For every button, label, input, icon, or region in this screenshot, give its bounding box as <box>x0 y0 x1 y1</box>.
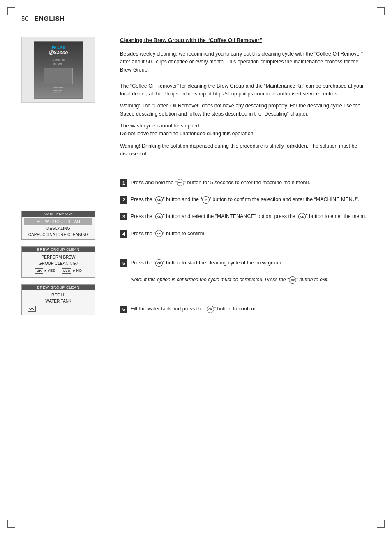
screen-maintenance-title: MAINTENANCE <box>22 211 95 217</box>
step-5-text: Press the “OK” button to start the clean… <box>131 259 283 267</box>
screen-brew-confirm-title: BREW GROUP CLEAN <box>22 247 95 252</box>
step-5: 5 Press the “OK” button to start the cle… <box>120 259 371 267</box>
step-6-text: Fill the water tank and press the “OK” b… <box>131 305 257 313</box>
step-1-num: 1 <box>120 179 127 187</box>
ok-box: OK <box>35 268 43 274</box>
spacer-1 <box>120 162 371 171</box>
corner-mark-tl <box>7 7 15 15</box>
icon-ok-2b: ☞ <box>202 196 210 204</box>
screen-maintenance: MAINTENANCE BREW GROUP CLEAN DESCALING C… <box>21 211 95 240</box>
step-4: 4 Press the “OK” button to confirm. <box>120 230 371 238</box>
left-column: PHILIPS ⓍSaeco Coffee oilremover ■■■■■■■… <box>21 37 112 322</box>
step-3-num: 3 <box>120 213 127 220</box>
esc-box: ESC <box>62 268 71 274</box>
warning-3: Warning! Drinking the solution dispensed… <box>120 142 371 158</box>
screen-brew-confirm: BREW GROUP CLEAN PERFORM BREWGROUP CLEAN… <box>21 246 95 278</box>
spacer-steps <box>21 107 112 206</box>
screen-brew-refill-body: REFILLWATER TANK OK <box>22 290 95 315</box>
screen-brew-confirm-buttons: OK ►YES ESC ►NO <box>24 266 92 276</box>
icon-ok-3a: OK <box>155 213 163 220</box>
product-image: PHILIPS ⓍSaeco Coffee oilremover ■■■■■■■… <box>21 37 95 103</box>
language-label: ENGLISH <box>35 15 65 22</box>
icon-ok-5: OK <box>155 259 163 267</box>
screen-brew-refill-title: BREW GROUP CLEAN <box>22 285 95 290</box>
step-3: 3 Press the “OK” button and select the “… <box>120 213 371 220</box>
screen-brew-confirm-body: PERFORM BREWGROUP CLEANING? OK ►YES ESC … <box>22 252 95 277</box>
icon-menu: MENU <box>177 179 184 186</box>
step-4-num: 4 <box>120 230 127 238</box>
corner-mark-bl <box>7 520 15 528</box>
screen-brew-refill-text: REFILLWATER TANK <box>24 292 92 304</box>
paragraph-1: Besides weekly cleaning, we recommend yo… <box>120 50 371 98</box>
page-number: 50 <box>21 15 29 22</box>
note-step5: Note: If this option is confirmed the cy… <box>131 276 371 284</box>
esc-arrow: ►NO <box>72 268 81 274</box>
page-header: 50 ENGLISH <box>21 15 65 22</box>
product-package: PHILIPS ⓍSaeco Coffee oilremover ■■■■■■■… <box>34 41 83 99</box>
screen-brew-refill: BREW GROUP CLEAN REFILLWATER TANK OK <box>21 284 95 315</box>
step-2-text: Press the “OK” button and the “☞” button… <box>131 196 359 204</box>
icon-ok-4: OK <box>155 230 163 237</box>
icon-esc-note: ESC <box>289 276 296 284</box>
product-brand-saeco: ⓍSaeco <box>48 49 68 56</box>
step-6-num: 6 <box>120 306 127 313</box>
icon-ok-2a: OK <box>155 196 163 204</box>
screen-brew-refill-ok: OK <box>24 304 92 313</box>
step-1: 1 Press and hold the “MENU” button for 5… <box>120 179 371 187</box>
warning-1: Warning: The “Coffee Oil Remover” does n… <box>120 102 371 118</box>
corner-mark-tr <box>377 7 385 15</box>
step-2-num: 2 <box>120 196 127 204</box>
screen-ok-btn: OK ►YES <box>35 268 55 274</box>
warning-2: The wash cycle cannot be stopped. Do not… <box>120 122 371 138</box>
icon-ok-6: OK <box>207 306 214 313</box>
product-small-text: ■■■■■■■■■■■■■■■■■■■■ <box>53 86 63 94</box>
icon-ok-3b: OK <box>298 213 306 220</box>
product-label: Coffee oilremover <box>52 58 64 65</box>
screen-esc-btn: ESC ►NO <box>62 268 82 274</box>
spacer-steps <box>120 247 371 259</box>
refill-ok-box: OK <box>28 306 36 312</box>
step-1-text: Press and hold the “MENU” button for 5 s… <box>131 179 310 187</box>
corner-mark-br <box>377 520 385 528</box>
spacer-step6 <box>120 293 371 305</box>
product-body-graphic <box>44 68 73 84</box>
screen-maintenance-item1: BREW GROUP CLEAN <box>24 218 92 225</box>
screen-maintenance-body: BREW GROUP CLEAN DESCALING CAPPUCCINATOR… <box>22 217 95 239</box>
product-brand-philips: PHILIPS <box>52 46 65 49</box>
content-area: PHILIPS ⓍSaeco Coffee oilremover ■■■■■■■… <box>21 37 371 322</box>
step-5-num: 5 <box>120 259 127 267</box>
right-column: Cleaning the Brew Group with the “Coffee… <box>112 37 371 322</box>
step-4-text: Press the “OK” button to confirm. <box>131 230 206 238</box>
spacer-2 <box>120 171 371 179</box>
step-3-text: Press the “OK” button and select the “MA… <box>131 213 367 220</box>
screen-brew-confirm-text: PERFORM BREWGROUP CLEANING? <box>24 254 92 266</box>
screen-maintenance-item3: CAPPUCCINATORE CLEANING <box>24 232 92 238</box>
two-column-layout: PHILIPS ⓍSaeco Coffee oilremover ■■■■■■■… <box>21 37 371 322</box>
screen-maintenance-item2: DESCALING <box>24 225 92 232</box>
step-2: 2 Press the “OK” button and the “☞” butt… <box>120 196 371 204</box>
step-6: 6 Fill the water tank and press the “OK”… <box>120 305 371 313</box>
ok-arrow: ►YES <box>44 268 55 274</box>
section-title: Cleaning the Brew Group with the “Coffee… <box>120 37 371 45</box>
